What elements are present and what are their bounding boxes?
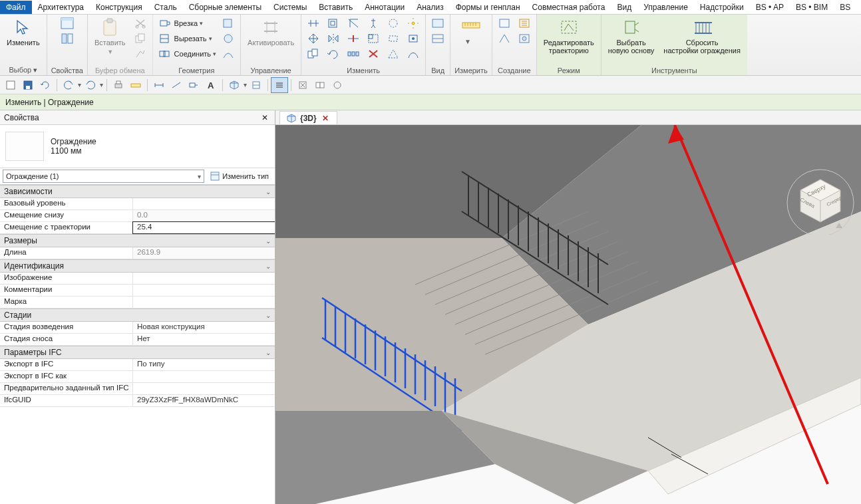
create-b-button[interactable] xyxy=(496,31,512,46)
move-button[interactable] xyxy=(305,31,321,46)
type-selector-combo[interactable]: Ограждение (1) ▾ xyxy=(3,170,204,183)
cut-button[interactable] xyxy=(132,16,148,31)
qat-tag-icon[interactable] xyxy=(186,78,202,92)
qat-misc-icon[interactable] xyxy=(329,78,345,92)
qat-text-icon[interactable]: A xyxy=(203,78,219,92)
view-tab-3d[interactable]: {3D} ✕ xyxy=(279,111,337,124)
modify-button[interactable]: Изменить xyxy=(4,16,43,48)
geom-b-button[interactable] xyxy=(220,31,236,46)
view-a-button[interactable] xyxy=(430,16,446,31)
cut-geom-button[interactable] xyxy=(157,31,173,46)
menu-collab[interactable]: Совместная работа xyxy=(526,1,611,14)
menu-architecture[interactable]: Архитектура xyxy=(32,1,90,14)
rotate-button[interactable] xyxy=(325,47,341,61)
menu-structure[interactable]: Конструкция xyxy=(90,1,148,14)
menu-view[interactable]: Вид xyxy=(611,1,637,14)
geom-a-button[interactable] xyxy=(220,16,236,31)
create-c-button[interactable] xyxy=(516,16,532,31)
split-button[interactable] xyxy=(345,31,361,46)
qat-dim2-icon[interactable] xyxy=(168,78,184,92)
prop-offset-bottom[interactable]: Смещение снизу0.0 xyxy=(0,210,275,222)
menu-annotate[interactable]: Аннотации xyxy=(359,1,411,14)
prop-comments[interactable]: Комментарии xyxy=(0,285,275,297)
qat-3d-icon[interactable] xyxy=(226,78,242,92)
offset-button[interactable] xyxy=(325,16,341,31)
menu-addins[interactable]: Надстройки xyxy=(694,1,750,14)
prop-export-ifc-as[interactable]: Экспорт в IFC как xyxy=(0,371,275,383)
copy-button[interactable] xyxy=(132,31,148,46)
prop-phase-created[interactable]: Стадия возведенияНовая конструкция xyxy=(0,322,275,334)
menu-file[interactable]: Файл xyxy=(0,1,32,14)
pgroup-constraints[interactable]: Зависимости⌄ xyxy=(0,185,275,198)
reset-railing-button[interactable]: Сбросить настройки ограждения xyxy=(661,16,743,56)
copy2-button[interactable] xyxy=(305,47,321,61)
qat-print-icon[interactable] xyxy=(110,78,126,92)
menu-precast[interactable]: Сборные элементы xyxy=(183,1,267,14)
mirror-button[interactable] xyxy=(325,31,341,46)
qat-switch-icon[interactable] xyxy=(312,78,328,92)
edit-type-button[interactable]: Изменить тип xyxy=(207,170,272,183)
menu-analyze[interactable]: Анализ xyxy=(411,1,450,14)
qat-thin-icon[interactable] xyxy=(271,78,287,92)
geom-c-button[interactable] xyxy=(220,47,236,61)
tab-close-icon[interactable]: ✕ xyxy=(321,114,330,123)
mod-extra3[interactable] xyxy=(385,47,401,61)
menu-bs[interactable]: BS xyxy=(834,1,856,14)
menu-systems[interactable]: Системы xyxy=(267,1,313,14)
scale-button[interactable] xyxy=(365,31,381,46)
pick-new-host-button[interactable]: Выбрать новую основу xyxy=(605,16,657,56)
chevron-down-icon[interactable]: ▾ xyxy=(244,81,247,88)
view-cube[interactable]: Сверху Слева Спереди xyxy=(784,162,857,235)
chevron-down-icon[interactable]: ▾ xyxy=(78,81,81,88)
type-properties-button[interactable] xyxy=(59,31,75,46)
prop-offset-path[interactable]: Смещение с траектории25.4 xyxy=(0,222,275,234)
menu-massing[interactable]: Формы и генплан xyxy=(450,1,526,14)
mod-extra5[interactable] xyxy=(405,31,421,46)
mod-extra6[interactable] xyxy=(405,47,421,61)
menu-bsap[interactable]: BS • AP xyxy=(750,1,790,14)
view-b-button[interactable] xyxy=(430,31,446,46)
prop-ifcguid[interactable]: IfcGUID29yZ3XzFfF_fHX8aWDmNkC xyxy=(0,395,275,407)
prop-length[interactable]: Длина2619.9 xyxy=(0,247,275,259)
qat-section-icon[interactable] xyxy=(248,78,264,92)
qat-new-icon[interactable] xyxy=(3,78,19,92)
qat-redo-icon[interactable] xyxy=(83,78,98,92)
pgroup-dims[interactable]: Размеры⌄ xyxy=(0,234,275,247)
qat-measure-icon[interactable] xyxy=(128,78,144,92)
delete-button[interactable] xyxy=(365,47,381,61)
match-button[interactable] xyxy=(132,47,148,61)
prop-export-ifc[interactable]: Экспорт в IFCПо типу xyxy=(0,359,275,371)
pgroup-phases[interactable]: Стадии⌄ xyxy=(0,309,275,322)
menu-insert[interactable]: Вставить xyxy=(313,1,359,14)
create-a-button[interactable] xyxy=(496,16,512,31)
activate-button[interactable]: Активировать xyxy=(245,16,297,48)
edit-path-button[interactable]: Редактировать траекторию xyxy=(541,16,597,56)
prop-mark[interactable]: Марка xyxy=(0,297,275,309)
prop-image[interactable]: Изображение xyxy=(0,273,275,285)
array-button[interactable] xyxy=(345,47,361,61)
qat-undo-icon[interactable] xyxy=(61,78,77,92)
qat-dim-icon[interactable] xyxy=(151,78,167,92)
mod-extra2[interactable] xyxy=(385,31,401,46)
qat-close-icon[interactable] xyxy=(295,78,311,92)
trim-button[interactable] xyxy=(345,16,361,31)
menu-steel[interactable]: Сталь xyxy=(148,1,183,14)
pin-button[interactable] xyxy=(365,16,381,31)
qat-save-icon[interactable] xyxy=(20,78,36,92)
prop-base-level[interactable]: Базовый уровень xyxy=(0,198,275,210)
menu-manage[interactable]: Управление xyxy=(637,1,694,14)
align-button[interactable] xyxy=(305,16,321,31)
pgroup-ident[interactable]: Идентификация⌄ xyxy=(0,259,275,273)
measure-button[interactable] xyxy=(460,16,482,33)
properties-palette-button[interactable] xyxy=(59,16,75,31)
menu-bsbim[interactable]: BS • BIM xyxy=(790,1,834,14)
prop-predef-ifc[interactable]: Предварительно заданный тип IFC xyxy=(0,383,275,395)
pgroup-ifc[interactable]: Параметры IFC⌄ xyxy=(0,346,275,359)
join-button[interactable] xyxy=(157,47,173,61)
mod-extra1[interactable] xyxy=(385,16,401,31)
paste-button[interactable]: Вставить ▼ xyxy=(92,16,128,57)
qat-sync-icon[interactable] xyxy=(37,78,53,92)
chevron-down-icon[interactable]: ▾ xyxy=(100,81,103,88)
prop-phase-demo[interactable]: Стадия сносаНет xyxy=(0,334,275,346)
viewport-3d[interactable]: Сверху Слева Спереди xyxy=(275,125,861,504)
